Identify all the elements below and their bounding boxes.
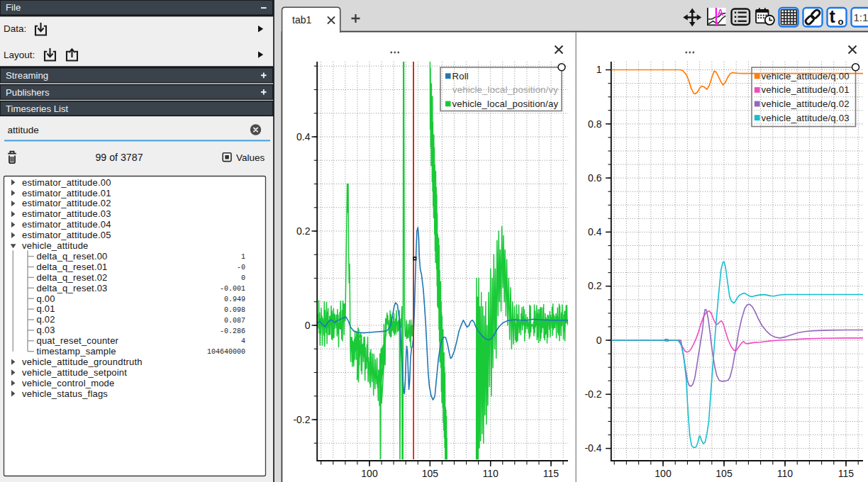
svg-text:0.4: 0.4: [296, 131, 311, 142]
svg-text:q.01: q.01: [37, 303, 55, 314]
svg-text:-0.4: -0.4: [584, 442, 601, 454]
svg-text:o: o: [838, 16, 844, 27]
svg-text:1:1: 1:1: [854, 11, 868, 23]
svg-text:quat_reset_counter: quat_reset_counter: [37, 335, 119, 346]
svg-text:q.00: q.00: [37, 293, 55, 304]
svg-text:Roll: Roll: [452, 71, 469, 82]
svg-text:100: 100: [361, 468, 378, 479]
svg-text:-0.2: -0.2: [584, 388, 601, 400]
svg-text:Publishers: Publishers: [6, 87, 50, 98]
svg-text:delta_q_reset.03: delta_q_reset.03: [37, 283, 108, 293]
svg-text:vehicle_attitude/q.00: vehicle_attitude/q.00: [762, 71, 850, 82]
svg-text:110: 110: [483, 468, 499, 479]
svg-text:4: 4: [241, 337, 245, 345]
svg-text:105: 105: [422, 468, 439, 479]
svg-text:vehicle_control_mode: vehicle_control_mode: [22, 378, 114, 388]
svg-text:0.949: 0.949: [224, 296, 245, 303]
svg-text:estimator_attitude.02: estimator_attitude.02: [22, 198, 111, 208]
svg-text:vehicle_attitude_setpoint: vehicle_attitude_setpoint: [22, 367, 127, 378]
svg-text:timestamp_sample: timestamp_sample: [37, 346, 116, 357]
svg-text:-0.2: -0.2: [293, 414, 310, 425]
svg-text:vehicle_attitude: vehicle_attitude: [22, 240, 89, 251]
svg-text:0.2: 0.2: [588, 280, 602, 291]
svg-text:vehicle_attitude/q.02: vehicle_attitude/q.02: [762, 99, 850, 109]
svg-text:0.2: 0.2: [296, 225, 311, 237]
svg-text:estimator_attitude.05: estimator_attitude.05: [22, 230, 111, 240]
svg-text:Streaming: Streaming: [6, 70, 48, 81]
svg-text:Layout:: Layout:: [4, 50, 35, 60]
svg-text:vehicle_attitude/q.01: vehicle_attitude/q.01: [762, 84, 850, 95]
svg-text:105: 105: [716, 468, 733, 479]
svg-text:104640000: 104640000: [207, 348, 245, 356]
svg-text:1: 1: [241, 253, 245, 261]
svg-text:estimator_attitude.00: estimator_attitude.00: [22, 177, 111, 188]
svg-text:115: 115: [838, 468, 855, 479]
svg-text:Data:: Data:: [4, 23, 26, 34]
svg-text:q.03: q.03: [37, 325, 55, 335]
svg-text:vehicle_status_flags: vehicle_status_flags: [22, 388, 108, 399]
svg-text:delta_q_reset.02: delta_q_reset.02: [37, 272, 108, 283]
svg-text:-0.001: -0.001: [220, 285, 245, 293]
svg-text:99 of 3787: 99 of 3787: [95, 152, 143, 163]
svg-text:q.02: q.02: [37, 314, 55, 325]
svg-text:0.6: 0.6: [588, 172, 602, 184]
svg-text:tab1: tab1: [292, 14, 311, 26]
svg-text:estimator_attitude.03: estimator_attitude.03: [22, 208, 111, 219]
svg-text:vehicle_local_position/vy: vehicle_local_position/vy: [452, 84, 558, 95]
svg-text:0.4: 0.4: [588, 226, 602, 237]
svg-text:vehicle_attitude_groundtruth: vehicle_attitude_groundtruth: [22, 357, 143, 367]
svg-text:1: 1: [596, 64, 602, 75]
svg-text:0.8: 0.8: [588, 118, 602, 130]
svg-text:Timeseries List: Timeseries List: [6, 103, 69, 114]
svg-text:vehicle_attitude/q.03: vehicle_attitude/q.03: [762, 113, 850, 123]
svg-text:Values: Values: [236, 152, 265, 163]
svg-text:115: 115: [543, 468, 560, 479]
svg-text:A: A: [718, 8, 724, 18]
svg-text:0.087: 0.087: [224, 317, 245, 325]
svg-text:vehicle_local_position/ay: vehicle_local_position/ay: [452, 99, 559, 109]
svg-text:estimator_attitude.04: estimator_attitude.04: [22, 219, 111, 230]
svg-text:110: 110: [777, 468, 794, 479]
svg-text:100: 100: [655, 468, 672, 479]
svg-text:-0.286: -0.286: [220, 327, 245, 335]
svg-text:File: File: [6, 2, 21, 13]
svg-text:attitude: attitude: [8, 125, 39, 135]
svg-text:0: 0: [305, 320, 311, 331]
svg-text:0: 0: [241, 274, 245, 282]
svg-text:t: t: [830, 6, 836, 26]
svg-text:delta_q_reset.01: delta_q_reset.01: [37, 262, 108, 272]
svg-text:estimator_attitude.01: estimator_attitude.01: [22, 188, 111, 198]
svg-text:-0: -0: [237, 264, 245, 271]
svg-text:0.098: 0.098: [224, 306, 245, 314]
svg-text:delta_q_reset.00: delta_q_reset.00: [37, 251, 108, 262]
svg-text:0: 0: [596, 335, 602, 346]
